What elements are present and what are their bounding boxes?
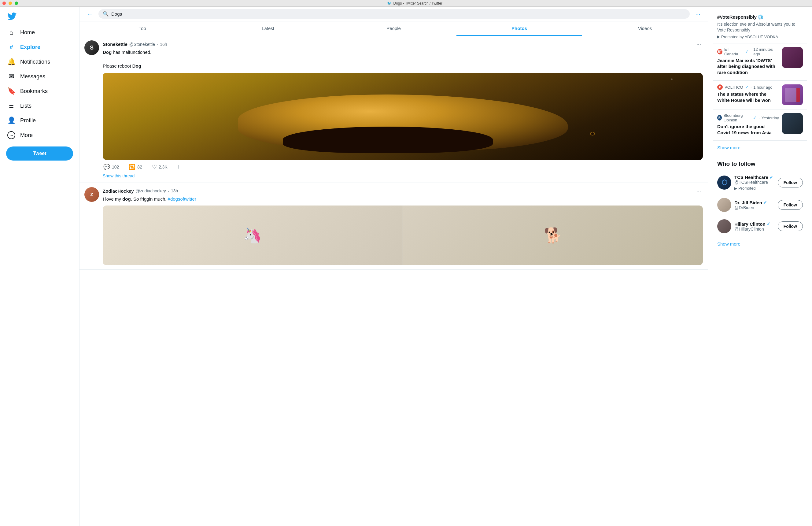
back-button[interactable]: ← [84, 9, 96, 19]
trend-politico-row: P POLITICO ✓ · 1 hour ago The 8 states w… [717, 84, 803, 105]
tab-top[interactable]: Top [79, 22, 205, 36]
maximize-button[interactable] [15, 1, 18, 5]
twitter-favicon: 🐦 [387, 1, 392, 5]
trend-politico-dot: · [751, 85, 752, 90]
follow-item-tcs[interactable]: ⬡ TCS Healthcare ✓ @TCSHealthcare ▶ Prom… [713, 171, 807, 194]
trend-etcanada-source-name: ET Canada [724, 47, 743, 56]
trend-etcanada[interactable]: ET ET Canada ✓ · 12 minutes ago Jeannie … [713, 43, 807, 81]
show-thread-button[interactable]: Show this thread [103, 171, 134, 178]
list-icon: ☰ [8, 102, 15, 110]
tweet-1-like-button[interactable]: ♡ 2.3K [151, 163, 168, 171]
hillary-verified-icon: ✓ [767, 222, 770, 226]
search-tabs: Top Latest People Photos Videos [79, 22, 708, 36]
follow-button-jill[interactable]: Follow [778, 200, 803, 210]
minimize-button[interactable] [9, 1, 12, 5]
search-input[interactable] [111, 11, 685, 16]
home-icon: ⌂ [8, 28, 15, 37]
tweet-2: Z ZodiacHockey @zodiachockey · 13h ··· I… [79, 183, 708, 270]
close-button[interactable] [2, 1, 6, 5]
tweet-button[interactable]: Tweet [6, 146, 73, 160]
tweet-1-retweet-button[interactable]: 🔁 82 [128, 163, 143, 171]
trend-politico-verified: ✓ [745, 85, 749, 90]
tweet-1-more-button[interactable]: ··· [695, 40, 703, 48]
tweet-2-handle[interactable]: @zodiachockey [136, 188, 166, 193]
trend-bloomberg-dot: · [758, 116, 760, 120]
tweet-2-name[interactable]: ZodiacHockey [103, 188, 134, 194]
twitter-logo[interactable] [8, 12, 75, 22]
follow-item-hillary[interactable]: Hillary Clinton ✓ @HillaryClinton Follow [713, 216, 807, 237]
sidebar-label-lists: Lists [20, 103, 31, 109]
sidebar-item-explore[interactable]: # Explore [4, 40, 75, 54]
tweet-1-body: Stonekettle @Stonekettle · 16h ··· Dog h… [103, 40, 703, 178]
tweet-2-hashtag[interactable]: #dogsoftwitter [168, 196, 196, 201]
tweet-1-name[interactable]: Stonekettle [103, 42, 128, 47]
sidebar-item-more[interactable]: ··· More [4, 128, 75, 142]
trend-voteresponsibly-promoted: ▶ Promoted by ABSOLUT VODKA [717, 34, 803, 39]
window-title: 🐦 Dogs - Twitter Search / Twitter [19, 1, 810, 5]
follow-name-jill: Dr. Jill Biden ✓ [734, 200, 775, 205]
sidebar-label-profile: Profile [20, 117, 36, 124]
follow-handle-jill: @DrBiden [734, 205, 775, 210]
who-follow-title: Who to follow [713, 157, 807, 171]
show-more-trends-button[interactable]: Show more [713, 141, 745, 154]
who-to-follow-section: Who to follow ⬡ TCS Healthcare ✓ @TCSHea… [713, 157, 807, 251]
os-menu-bar: 🐦 Dogs - Twitter Search / Twitter [0, 0, 812, 7]
tweet-1-reply-button[interactable]: 💬 102 [103, 163, 119, 171]
tab-latest[interactable]: Latest [205, 22, 331, 36]
tweet-1-share-button[interactable]: ↑ [177, 163, 181, 171]
tab-photos[interactable]: Photos [456, 22, 582, 36]
promoted-icon: ▶ [717, 34, 720, 39]
trend-bloomberg-title: Don't ignore the good Covid-19 news from… [717, 124, 779, 136]
tweet-1-time: 16h [160, 42, 167, 47]
sidebar-item-messages[interactable]: ✉ Messages [4, 69, 75, 84]
tab-videos[interactable]: Videos [582, 22, 708, 36]
follow-info-jill: Dr. Jill Biden ✓ @DrBiden [734, 200, 775, 210]
tweet-1-reply-count: 102 [112, 165, 119, 169]
tweet-1-handle[interactable]: @Stonekettle [129, 42, 155, 47]
jill-verified-icon: ✓ [764, 200, 767, 205]
right-sidebar: #VoteResponsibly 🧊 It's election eve and… [708, 7, 812, 526]
sidebar-item-notifications[interactable]: 🔔 Notifications [4, 55, 75, 69]
sidebar-item-lists[interactable]: ☰ Lists [4, 99, 75, 113]
tweet-1-bold2: Dog [132, 63, 141, 69]
sidebar-item-profile[interactable]: 👤 Profile [4, 113, 75, 128]
follow-button-hillary[interactable]: Follow [778, 222, 803, 231]
trend-voteresponsibly-title: #VoteResponsibly 🧊 [717, 14, 803, 20]
trend-voteresponsibly[interactable]: #VoteResponsibly 🧊 It's election eve and… [713, 10, 807, 43]
trend-bloomberg-source: B Bloomberg Opinion ✓ · Yesterday [717, 113, 779, 122]
follow-name-hillary: Hillary Clinton ✓ [734, 222, 775, 227]
trend-politico[interactable]: P POLITICO ✓ · 1 hour ago The 8 states w… [713, 81, 807, 109]
tweet-1-retweet-count: 82 [137, 165, 142, 169]
tweet-1-actions: 💬 102 🔁 82 ♡ 2.3K ↑ [103, 163, 703, 171]
search-bar-row: ← 🔍 ··· [79, 7, 708, 22]
avatar-stonekettle[interactable]: S [84, 40, 99, 55]
show-more-follow-button[interactable]: Show more [713, 237, 745, 251]
follow-button-tcs[interactable]: Follow [778, 178, 803, 187]
tweet-2-header: ZodiacHockey @zodiachockey · 13h ··· [103, 187, 703, 195]
tweet-2-time: 13h [171, 188, 178, 193]
trend-bloomberg[interactable]: B Bloomberg Opinion ✓ · Yesterday Don't … [713, 110, 807, 141]
tweet-2-more-button[interactable]: ··· [695, 187, 703, 195]
sidebar-item-bookmarks[interactable]: 🔖 Bookmarks [4, 84, 75, 98]
trend-etcanada-image [782, 47, 803, 68]
retweet-icon: 🔁 [129, 164, 135, 170]
follow-handle-hillary: @HillaryClinton [734, 227, 775, 231]
trends-section: #VoteResponsibly 🧊 It's election eve and… [713, 10, 807, 154]
follow-item-jill[interactable]: Dr. Jill Biden ✓ @DrBiden Follow [713, 194, 807, 216]
sidebar-label-explore: Explore [20, 44, 40, 51]
avatar-zodiac[interactable]: Z [84, 187, 99, 202]
reply-icon: 💬 [103, 164, 110, 170]
trend-etcanada-dot: · [751, 49, 752, 54]
share-icon: ↑ [177, 164, 180, 170]
trend-bloomberg-source-name: Bloomberg Opinion [724, 113, 751, 122]
tweet-1-dot: · [157, 42, 158, 47]
tweet-2-bold: dog [122, 196, 131, 201]
tweet-1-user-info: Stonekettle @Stonekettle · 16h [103, 42, 167, 47]
trend-bloomberg-image [782, 113, 803, 134]
sidebar: ⌂ Home # Explore 🔔 Notifications ✉ Messa… [0, 7, 79, 526]
sidebar-item-home[interactable]: ⌂ Home [4, 25, 75, 40]
window-controls[interactable] [2, 1, 19, 6]
tweet-2-text: I love my dog. So friggin much. #dogsoft… [103, 196, 703, 203]
tab-people[interactable]: People [331, 22, 456, 36]
search-more-button[interactable]: ··· [693, 9, 703, 19]
